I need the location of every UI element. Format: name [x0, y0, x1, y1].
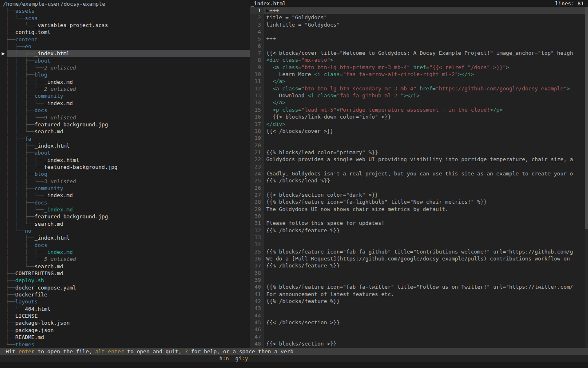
tree-item-_index.html[interactable]: ▶│ │ ├──_index.html [0, 50, 250, 57]
code-segment: {{% /blocks/feature %}} [266, 263, 340, 269]
code-line-15: 15 <p class="lead mt-5">Porridge tempera… [250, 106, 588, 113]
tree-item-CONTRIBUTING.md[interactable]: ├──CONTRIBUTING.md [0, 270, 250, 277]
line-content: <a class="btn btn-lg btn-secondary mr-3 … [264, 85, 570, 92]
code-line-20: 20 [250, 142, 588, 149]
tree-item-label: featured-background.jpg [44, 164, 118, 170]
tree-item-about[interactable]: │ │ ├──about [0, 57, 250, 64]
tree-item-9-unlisted[interactable]: │ │ │ └──9 unlisted [0, 114, 250, 121]
tree-item-assets[interactable]: ├──assets [0, 7, 250, 14]
line-content: <a class="btn btn-lg btn-primary mr-3 mb… [264, 64, 509, 71]
line-content: Please follow this space for updates! [264, 220, 385, 227]
tree-item-2-unlisted[interactable]: │ │ │ └──2 unlisted [0, 85, 250, 92]
tree-item-layouts[interactable]: ├──layouts [0, 298, 250, 305]
tree-item-docs[interactable]: │ │ ├──docs [0, 107, 250, 114]
tree-item-_index.md[interactable]: │ │ │ └──_index.md [0, 100, 250, 107]
tree-item-label: package.json [15, 327, 53, 333]
line-number: 10 [250, 71, 264, 78]
line-content: {{% blocks/lead color="primary" %}} [264, 149, 378, 156]
command-input-bar[interactable]: :e h:n gi:y [0, 355, 588, 362]
tree-item-_variables_project.scss[interactable]: │ └──_variables_project.scss [0, 22, 250, 29]
tree-item-docker-compose.yaml[interactable]: ├──docker-compose.yaml [0, 284, 250, 291]
tree-item-package.json[interactable]: ├──package.json [0, 327, 250, 334]
code-line-12: 12 <a class="btn btn-lg btn-secondary mr… [250, 85, 588, 92]
tree-item-label: featured-background.jpg [34, 213, 108, 220]
tree-item-community[interactable]: │ │ ├──community [0, 92, 250, 99]
tree-item-label: 2 unlisted [44, 65, 76, 71]
tree-item-featured-background.jpg[interactable]: │ │ ├──featured-background.jpg [0, 213, 250, 220]
tree-item-search.md[interactable]: │ │ └──search.md [0, 220, 250, 227]
tree-item-_index.md[interactable]: │ │ │ └──_index.md [0, 206, 250, 213]
tree-item-blog[interactable]: │ │ ├──blog [0, 171, 250, 177]
code-line-1: 1▶+++ [250, 7, 588, 14]
code-line-39: 39 [250, 276, 588, 283]
code-line-45: 45{{< /blocks/section >}} [250, 319, 588, 326]
code-line-25: 25{{% /blocks/lead %}} [250, 177, 588, 184]
tree-branch-lines: │ ├── [6, 136, 25, 142]
tree-item-community[interactable]: │ │ ├──community [0, 185, 250, 192]
line-content: </a> [264, 99, 285, 106]
line-number: 1 [250, 7, 264, 14]
tree-item-_index.html[interactable]: │ │ ├──_index.html [0, 142, 250, 149]
tree-item-label: _index.html [34, 50, 69, 56]
tree-item-label: _index.md [44, 100, 73, 106]
tree-item-_index.html[interactable]: │ │ │ ├──_index.html [0, 157, 250, 164]
line-content: (Sadly, Goldydocs isn't a real project, … [264, 170, 573, 177]
tree-item-label: about [34, 58, 50, 64]
tree-item-_index.md[interactable]: │ │ │ ├──_index.md [0, 79, 250, 85]
tree-item-Dockerfile[interactable]: ├──Dockerfile [0, 291, 250, 298]
tree-item-config.toml[interactable]: ├──config.toml [0, 29, 250, 36]
tree-item-label: CONTRIBUTING.md [15, 270, 63, 276]
tree-branch-lines: ├── [6, 320, 15, 326]
tree-item-featured-background.jpg[interactable]: │ │ │ └──featured-background.jpg [0, 164, 250, 171]
tree-item-404.html[interactable]: │ └──404.html [0, 305, 250, 312]
tree-item-README.md[interactable]: ├──README.md [0, 334, 250, 341]
tree-item-_index.html[interactable]: │ ├──_index.html [0, 234, 250, 241]
code-line-7: 7{{< blocks/cover title="Welcome to Gold… [250, 49, 588, 56]
tree-branch-lines: │ │ └── [6, 221, 34, 227]
tree-item-about[interactable]: │ │ ├──about [0, 149, 250, 156]
tree-item-_index.md[interactable]: │ │ │ └──_index.md [0, 192, 250, 199]
status-key-hint: alt-enter [95, 348, 124, 355]
selected-line-arrow-icon: ▶ [266, 7, 270, 13]
tree-item-label: search.md [34, 263, 63, 269]
code-segment: > [506, 64, 509, 70]
tree-item-blog[interactable]: │ │ ├──blog [0, 71, 250, 78]
line-number: 7 [250, 49, 264, 56]
tree-item-docs[interactable]: │ │ ├──docs [0, 199, 250, 206]
tree-item-fa[interactable]: │ ├──fa [0, 135, 250, 142]
line-content [264, 333, 266, 340]
tree-item-docs[interactable]: │ ├──docs [0, 242, 250, 249]
tree-item-LICENSE[interactable]: ├──LICENSE [0, 312, 250, 319]
file-tree: ├──assets│ └──scss│ └──_variables_projec… [0, 7, 250, 348]
tree-item-no[interactable]: │ └──no [0, 227, 250, 234]
line-number: 9 [250, 64, 264, 71]
tree-item-en[interactable]: │ ├──en [0, 43, 250, 50]
tree-item-package-lock.json[interactable]: ├──package-lock.json [0, 319, 250, 326]
tree-item-deploy.sh[interactable]: ├──deploy.sh [0, 277, 250, 284]
preview-scrollbar[interactable] [585, 7, 588, 348]
code-line-3: 3linkTitle = "Goldydocs" [250, 21, 588, 28]
mode-hints: h:n gi:y [219, 355, 248, 362]
tree-item-scss[interactable]: │ └──scss [0, 15, 250, 22]
tree-branch-lines: ├── [6, 277, 15, 283]
tree-item-themes[interactable]: └──themes [0, 341, 250, 348]
scrollbar-thumb[interactable] [585, 7, 588, 229]
tree-item-label: blog [34, 171, 47, 177]
tree-branch-lines: │ │ │ └── [6, 164, 44, 170]
tree-item-label: community [34, 93, 63, 99]
tree-item-5-unlisted[interactable]: │ │ └──5 unlisted [0, 256, 250, 263]
code-segment: "{{< relref "/docs" >}}" [429, 64, 506, 70]
tree-item-search.md[interactable]: │ └──search.md [0, 263, 250, 270]
code-lines: 1▶+++2title = "Goldydocs"3linkTitle = "G… [250, 7, 588, 348]
tree-item-_index.md[interactable]: │ │ ├──_index.md [0, 249, 250, 256]
tree-item-label: docs [34, 242, 47, 248]
tree-item-search.md[interactable]: │ │ └──search.md [0, 128, 250, 135]
tree-item-content[interactable]: ├──content [0, 36, 250, 43]
tree-item-featured-background.jpg[interactable]: │ │ ├──featured-background.jpg [0, 121, 250, 128]
tree-item-3-unlisted[interactable]: │ │ │ └──3 unlisted [0, 178, 250, 185]
tree-item-label: themes [15, 341, 34, 348]
tree-item-label: _variables_project.scss [34, 22, 108, 28]
line-number: 5 [250, 35, 264, 42]
tree-item-2-unlisted[interactable]: │ │ │ └──2 unlisted [0, 64, 250, 71]
status-text: Hit [6, 348, 18, 355]
